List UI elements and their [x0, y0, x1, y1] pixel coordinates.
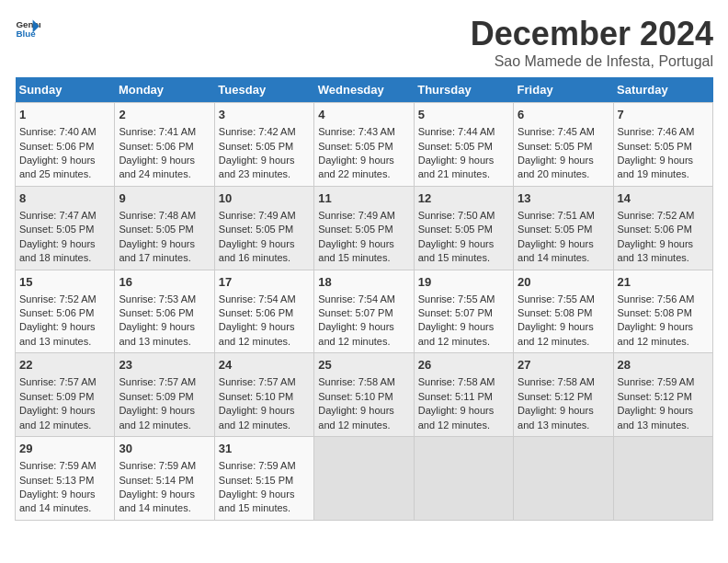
day-info-line: Daylight: 9 hours — [518, 237, 609, 251]
day-cell: 18Sunrise: 7:54 AMSunset: 5:07 PMDayligh… — [314, 270, 414, 353]
day-number: 29 — [19, 441, 110, 457]
day-info-line: Sunrise: 7:58 AM — [518, 375, 609, 389]
day-info-line: Daylight: 9 hours — [518, 154, 609, 167]
day-number: 18 — [318, 274, 409, 291]
day-info-line: and 17 minutes. — [119, 251, 210, 265]
day-info-line: and 13 minutes. — [518, 419, 609, 432]
day-cell — [613, 437, 712, 521]
day-info-line: Sunrise: 7:51 AM — [518, 209, 609, 223]
day-info-line: Sunrise: 7:57 AM — [119, 375, 210, 389]
day-info-line: Sunset: 5:06 PM — [19, 140, 110, 154]
week-row-2: 8Sunrise: 7:47 AMSunset: 5:05 PMDaylight… — [16, 186, 713, 270]
day-number: 14 — [618, 190, 709, 207]
header-row: SundayMondayTuesdayWednesdayThursdayFrid… — [16, 77, 713, 103]
day-number: 10 — [219, 190, 310, 207]
day-cell: 9Sunrise: 7:48 AMSunset: 5:05 PMDaylight… — [115, 186, 214, 270]
day-info-line: and 22 minutes. — [318, 167, 409, 181]
day-info-line: Sunrise: 7:42 AM — [219, 125, 310, 139]
week-row-4: 22Sunrise: 7:57 AMSunset: 5:09 PMDayligh… — [16, 353, 713, 437]
day-info-line: Sunrise: 7:59 AM — [119, 459, 210, 473]
day-info-line: and 12 minutes. — [518, 335, 609, 349]
day-cell: 27Sunrise: 7:58 AMSunset: 5:12 PMDayligh… — [514, 353, 613, 437]
day-info-line: Sunrise: 7:57 AM — [19, 375, 110, 389]
day-info-line: Sunrise: 7:40 AM — [19, 125, 110, 139]
day-header-monday: Monday — [115, 77, 214, 103]
day-info-line: and 20 minutes. — [518, 167, 609, 181]
day-number: 15 — [19, 274, 110, 291]
day-number: 5 — [418, 107, 509, 123]
day-cell: 19Sunrise: 7:55 AMSunset: 5:07 PMDayligh… — [414, 270, 513, 353]
week-row-5: 29Sunrise: 7:59 AMSunset: 5:13 PMDayligh… — [16, 437, 713, 521]
day-info-line: Sunset: 5:09 PM — [19, 390, 110, 404]
week-row-1: 1Sunrise: 7:40 AMSunset: 5:06 PMDaylight… — [16, 103, 713, 187]
day-number: 7 — [618, 107, 709, 123]
day-info-line: Daylight: 9 hours — [518, 320, 609, 334]
day-header-tuesday: Tuesday — [214, 77, 313, 103]
title-area: December 2024 Sao Mamede de Infesta, Por… — [471, 15, 713, 70]
day-info-line: Sunrise: 7:52 AM — [19, 293, 110, 306]
day-info-line: and 15 minutes. — [219, 501, 310, 515]
day-info-line: Sunrise: 7:53 AM — [119, 293, 210, 306]
day-number: 31 — [219, 441, 310, 457]
calendar-body: 1Sunrise: 7:40 AMSunset: 5:06 PMDaylight… — [16, 103, 713, 521]
subtitle: Sao Mamede de Infesta, Portugal — [471, 53, 713, 70]
day-cell: 10Sunrise: 7:49 AMSunset: 5:05 PMDayligh… — [214, 186, 313, 270]
day-info-line: Daylight: 9 hours — [618, 154, 709, 167]
day-info-line: Sunrise: 7:54 AM — [318, 293, 409, 306]
day-info-line: and 18 minutes. — [19, 251, 110, 265]
day-cell — [514, 437, 613, 521]
day-info-line: Daylight: 9 hours — [119, 237, 210, 251]
day-info-line: Daylight: 9 hours — [618, 404, 709, 418]
day-info-line: Sunset: 5:06 PM — [119, 306, 210, 320]
day-info-line: and 12 minutes. — [418, 419, 509, 432]
day-number: 20 — [518, 274, 609, 291]
day-cell: 13Sunrise: 7:51 AMSunset: 5:05 PMDayligh… — [514, 186, 613, 270]
day-info-line: Sunset: 5:05 PM — [318, 140, 409, 154]
day-cell — [314, 437, 414, 521]
day-number: 16 — [119, 274, 210, 291]
day-info-line: and 12 minutes. — [318, 335, 409, 349]
day-cell: 26Sunrise: 7:58 AMSunset: 5:11 PMDayligh… — [414, 353, 513, 437]
day-info-line: and 14 minutes. — [19, 501, 110, 515]
day-number: 17 — [219, 274, 310, 291]
day-info-line: Sunrise: 7:55 AM — [518, 293, 609, 306]
day-number: 26 — [418, 357, 509, 373]
day-info-line: and 15 minutes. — [318, 251, 409, 265]
day-header-friday: Friday — [514, 77, 613, 103]
day-number: 12 — [418, 190, 509, 207]
day-info-line: Sunset: 5:05 PM — [418, 140, 509, 154]
day-info-line: Sunrise: 7:59 AM — [618, 375, 709, 389]
day-info-line: Sunset: 5:06 PM — [618, 223, 709, 236]
day-info-line: Sunrise: 7:46 AM — [618, 125, 709, 139]
day-info-line: Daylight: 9 hours — [219, 154, 310, 167]
day-number: 19 — [418, 274, 509, 291]
day-header-sunday: Sunday — [16, 77, 115, 103]
day-info-line: and 12 minutes. — [418, 335, 509, 349]
day-info-line: Sunset: 5:06 PM — [119, 140, 210, 154]
day-info-line: Sunset: 5:05 PM — [119, 223, 210, 236]
day-info-line: Daylight: 9 hours — [119, 154, 210, 167]
day-info-line: Sunset: 5:05 PM — [518, 223, 609, 236]
day-info-line: and 13 minutes. — [618, 419, 709, 432]
day-cell: 1Sunrise: 7:40 AMSunset: 5:06 PMDaylight… — [16, 103, 115, 187]
day-info-line: Sunrise: 7:54 AM — [219, 293, 310, 306]
day-info-line: and 12 minutes. — [219, 419, 310, 432]
day-info-line: and 13 minutes. — [19, 335, 110, 349]
day-info-line: Sunrise: 7:44 AM — [418, 125, 509, 139]
day-number: 25 — [318, 357, 409, 373]
logo: General Blue — [15, 15, 40, 40]
day-info-line: Sunset: 5:08 PM — [518, 306, 609, 320]
header: General Blue December 2024 Sao Mamede de… — [15, 15, 713, 70]
day-info-line: and 19 minutes. — [618, 167, 709, 181]
day-info-line: Sunset: 5:10 PM — [219, 390, 310, 404]
day-info-line: Daylight: 9 hours — [19, 404, 110, 418]
day-info-line: Sunrise: 7:47 AM — [19, 209, 110, 223]
day-info-line: Sunrise: 7:58 AM — [418, 375, 509, 389]
day-number: 22 — [19, 357, 110, 373]
day-number: 9 — [119, 190, 210, 207]
day-info-line: Sunset: 5:05 PM — [518, 140, 609, 154]
day-info-line: Sunrise: 7:59 AM — [19, 459, 110, 473]
day-info-line: Daylight: 9 hours — [418, 154, 509, 167]
day-cell: 31Sunrise: 7:59 AMSunset: 5:15 PMDayligh… — [214, 437, 313, 521]
day-info-line: Sunset: 5:14 PM — [119, 474, 210, 488]
